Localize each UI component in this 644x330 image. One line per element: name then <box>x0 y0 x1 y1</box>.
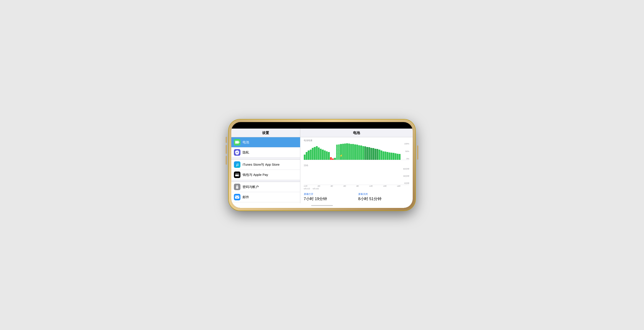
battery-bar-43 <box>390 153 392 160</box>
battery-bar-15 <box>334 158 336 160</box>
activity-chart-section: 活动 60分钟 30分钟 0分钟 21时0时3时6时9时12时15时18 <box>304 164 409 190</box>
battery-bar-24 <box>352 144 354 160</box>
screen-off-label: 屏幕关闭 <box>358 193 409 196</box>
main-content: 设置 电池隐私iTunes Store与 App Store钱包与 Apple … <box>231 129 413 203</box>
battery-bar-41 <box>386 152 388 160</box>
battery-bar-40 <box>384 152 386 160</box>
screen-off-stat: 屏幕关闭 8小时 51分钟 <box>358 193 409 201</box>
battery-bar-13 <box>330 157 332 160</box>
battery-icon <box>234 139 240 145</box>
home-bar <box>231 203 413 208</box>
battery-bar-31 <box>366 147 368 160</box>
mail-label: 邮件 <box>242 195 249 199</box>
screen-on-stat: 屏幕打开 7小时 19分钟 <box>304 193 355 201</box>
battery-chart-container: 100% 50% 0% ⚡ <box>304 143 409 160</box>
battery-bar-9 <box>322 150 324 160</box>
battery-bar-29 <box>362 146 364 160</box>
battery-bar-2 <box>308 150 310 160</box>
battery-bar-30 <box>364 146 366 160</box>
battery-bar-42 <box>388 152 390 160</box>
battery-bar-18 <box>340 144 342 160</box>
battery-bar-34 <box>372 148 374 160</box>
battery-bar-10 <box>324 150 326 160</box>
battery-grid: 100% 50% 0% <box>402 143 409 160</box>
volume-down-button <box>226 156 227 165</box>
grid-0: 0% <box>402 158 409 160</box>
itunes-label: iTunes Store与 App Store <box>242 163 280 167</box>
battery-bar-23 <box>350 144 352 160</box>
battery-bar-7 <box>318 147 320 160</box>
settings-item-passwords[interactable]: 密码与帐户 <box>231 182 300 192</box>
settings-item-privacy[interactable]: 隐私 <box>231 147 300 158</box>
screen-on-value: 7小时 19分钟 <box>304 196 355 201</box>
mute-button <box>226 137 227 143</box>
time-label-4: 9时 <box>356 185 359 187</box>
battery-panel: 电池 电池电量 100% 50% 0% <box>300 129 413 203</box>
power-button <box>417 145 418 160</box>
svg-point-7 <box>237 187 238 188</box>
battery-bar-39 <box>382 151 384 160</box>
date-label-0: 9月21日 <box>304 188 310 190</box>
settings-item-mail[interactable]: 邮件 <box>231 192 300 202</box>
battery-bar-38 <box>380 150 382 160</box>
battery-bar-26 <box>356 145 358 160</box>
home-indicator <box>311 205 333 206</box>
settings-item-battery[interactable]: 电池 <box>231 137 300 147</box>
svg-rect-5 <box>238 175 239 176</box>
battery-chart-section: 电池电量 100% 50% 0% ⚡ <box>304 139 409 163</box>
battery-bar-27 <box>358 145 360 160</box>
settings-item-wallet[interactable]: 钱包与 Apple Pay <box>231 170 300 180</box>
act-grid-0: 0分钟 <box>402 182 409 185</box>
grid-50: 50% <box>402 150 409 152</box>
battery-content: 电池电量 100% 50% 0% ⚡ <box>300 137 413 203</box>
battery-bar-5 <box>314 147 316 160</box>
date-label-1: 9月22日 <box>313 188 319 190</box>
activity-chart-label: 活动 <box>304 164 409 167</box>
activity-grid: 60分钟 30分钟 0分钟 <box>402 168 409 185</box>
battery-bar-32 <box>368 147 370 160</box>
battery-bar-4 <box>312 148 314 160</box>
activity-chart-container: 60分钟 30分钟 0分钟 <box>304 168 409 185</box>
time-label-0: 21时 <box>304 185 308 187</box>
battery-bar-11 <box>326 151 328 160</box>
activity-bars <box>304 168 400 185</box>
svg-rect-2 <box>236 141 238 143</box>
screen-off-value: 8小时 51分钟 <box>358 196 409 201</box>
settings-panel: 设置 电池隐私iTunes Store与 App Store钱包与 Apple … <box>231 129 300 203</box>
battery-bar-20 <box>344 144 346 160</box>
time-label-7: 18时 <box>397 185 400 187</box>
time-label-6: 15时 <box>383 185 387 187</box>
grid-100: 100% <box>402 143 409 145</box>
privacy-icon <box>234 149 240 156</box>
settings-title: 设置 <box>231 129 300 137</box>
time-label-2: 3时 <box>330 185 333 187</box>
act-grid-60: 60分钟 <box>402 168 409 170</box>
battery-bar-17 <box>338 144 340 160</box>
mail-icon <box>234 194 240 200</box>
battery-bar-28 <box>360 145 362 160</box>
battery-bar-44 <box>392 153 394 160</box>
battery-bar-36 <box>376 149 378 160</box>
battery-bar-6 <box>316 146 318 160</box>
battery-bars <box>304 143 400 160</box>
settings-list: 电池隐私iTunes Store与 App Store钱包与 Apple Pay… <box>231 137 300 203</box>
itunes-icon <box>234 161 240 168</box>
screen-content: 设置 电池隐私iTunes Store与 App Store钱包与 Apple … <box>231 122 413 208</box>
phone-screen: 设置 电池隐私iTunes Store与 App Store钱包与 Apple … <box>231 122 413 208</box>
date-labels: 9月21日9月22日 <box>304 188 400 190</box>
passwords-label: 密码与帐户 <box>242 185 259 189</box>
battery-bar-45 <box>395 153 396 160</box>
svg-rect-1 <box>239 142 239 143</box>
battery-label: 电池 <box>242 140 249 144</box>
battery-bar-3 <box>310 150 312 160</box>
settings-item-itunes[interactable]: iTunes Store与 App Store <box>231 159 300 170</box>
stats-row: 屏幕打开 7小时 19分钟 屏幕关闭 8小时 51分钟 <box>304 193 409 201</box>
battery-bar-1 <box>306 152 308 160</box>
time-labels: 21时0时3时6时9时12时15时18时 <box>304 185 400 187</box>
notch-bar <box>231 122 413 129</box>
wallet-label: 钱包与 Apple Pay <box>242 173 268 177</box>
battery-bar-37 <box>378 150 380 160</box>
screen-on-label: 屏幕打开 <box>304 193 355 196</box>
privacy-label: 隐私 <box>242 150 249 155</box>
battery-bar-35 <box>374 149 376 160</box>
